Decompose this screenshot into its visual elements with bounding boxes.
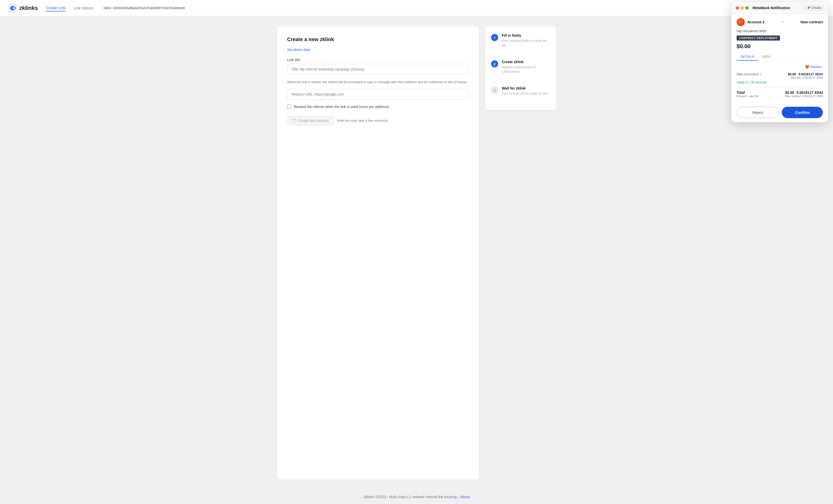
form-title: Create a new zklink bbox=[287, 36, 469, 42]
step-2-title: Create zklink bbox=[502, 60, 550, 64]
total-xdai-value: 0.0018117 XDAI bbox=[796, 91, 823, 95]
step-2-icon: 2 bbox=[491, 60, 498, 68]
gas-likely: Likely in < 30 seconds bbox=[737, 81, 823, 84]
market-link[interactable]: Market bbox=[811, 65, 821, 69]
svg-rect-0 bbox=[8, 4, 17, 13]
step-3-title: Wait for zklink bbox=[502, 86, 548, 90]
step-2: 2 Create zklink Requires authorization o… bbox=[491, 60, 550, 74]
metamask-modal: MetaMask Notification 📌 Chiodo Account 2… bbox=[732, 2, 828, 122]
checkbox-row: Reward the referee when the link is used… bbox=[287, 105, 469, 109]
logo-icon bbox=[8, 4, 17, 13]
tab-data[interactable]: DATA bbox=[758, 53, 775, 60]
modal-title: MetaMask Notification bbox=[753, 6, 790, 10]
modal-market-row: 🦊 Market › bbox=[737, 65, 823, 69]
modal-actions: Reject Confirm bbox=[732, 103, 828, 122]
market-chevron-icon: › bbox=[822, 65, 823, 69]
close-window-button[interactable] bbox=[736, 6, 739, 10]
step-2-desc: Requires authorization of 'LinkContract' bbox=[502, 65, 550, 74]
step-1-title: Fill in fields bbox=[502, 33, 550, 37]
modal-tabs: DETAILS DATA bbox=[737, 53, 823, 61]
footer-text: Zklinks ©2023 - Multi-chain L2 network r… bbox=[363, 495, 460, 499]
step-3-desc: Your contract will be ready for use. bbox=[502, 91, 548, 96]
maximize-window-button[interactable] bbox=[745, 6, 748, 10]
traffic-lights bbox=[736, 6, 748, 10]
chiodo-label: Chiodo bbox=[811, 6, 821, 10]
new-contract-label: New contract bbox=[801, 20, 823, 24]
total-main-value: $0.00 0.0018117 XDAI bbox=[785, 91, 823, 95]
gas-xdai-value: 0.0018117 XDAI bbox=[799, 72, 823, 76]
about-link[interactable]: About bbox=[460, 495, 470, 499]
arrow-icon: → bbox=[780, 20, 785, 25]
create-btn-label: Create link contract bbox=[298, 119, 329, 123]
gas-main-value: $0.00 0.0018117 XDAI bbox=[788, 72, 823, 76]
pin-icon: 📌 bbox=[807, 6, 810, 10]
reward-checkbox[interactable] bbox=[287, 105, 291, 109]
total-max-value: Max amount: 0.0018117 XDAI bbox=[785, 95, 823, 98]
create-link-contract-button[interactable]: Create link contract bbox=[287, 116, 334, 125]
account-avatar bbox=[737, 18, 745, 26]
steps-sidebar: ✓ Fill in fields Enter required fields t… bbox=[485, 26, 556, 110]
set-demo-link[interactable]: Set demo data bbox=[287, 48, 310, 52]
market-icon: 🦊 bbox=[805, 65, 810, 69]
gas-row: Gas (estimated) ℹ $0.00 0.0018117 XDAI M… bbox=[737, 72, 823, 79]
link-title-label: Link title: bbox=[287, 58, 469, 62]
minimize-window-button[interactable] bbox=[740, 6, 744, 10]
page-layout: Create a new zklink Set demo data Link t… bbox=[277, 26, 556, 480]
form-description: When the link is visited, the visited wi… bbox=[287, 80, 469, 85]
modal-account-row: Account 2 → New contract bbox=[737, 18, 823, 26]
redirect-url-input[interactable] bbox=[287, 89, 469, 100]
chiodo-button[interactable]: 📌 Chiodo bbox=[804, 5, 824, 11]
main-content: Create a new zklink Set demo data Link t… bbox=[0, 16, 833, 490]
step-3-icon: 3 bbox=[491, 87, 498, 94]
reward-checkbox-label: Reward the referee when the link is used… bbox=[294, 105, 389, 109]
tab-details[interactable]: DETAILS bbox=[737, 53, 758, 60]
gas-info-icon[interactable]: ℹ bbox=[760, 73, 761, 76]
footer: Zklinks ©2023 - Multi-chain L2 network r… bbox=[0, 490, 833, 504]
modal-titlebar: MetaMask Notification 📌 Chiodo bbox=[732, 2, 828, 14]
confirm-button[interactable]: Confirm bbox=[782, 107, 823, 118]
modal-divider bbox=[737, 87, 823, 87]
modal-body: Account 2 → New contract http://localhos… bbox=[732, 14, 828, 103]
nav-create-link[interactable]: Create Link bbox=[46, 5, 66, 11]
logo-text: zklinks bbox=[19, 5, 38, 11]
step-1-desc: Enter required fields to create the link… bbox=[502, 39, 550, 48]
modal-url: http://localhost:3000 bbox=[737, 29, 823, 33]
nav-link-history[interactable]: Link History bbox=[74, 5, 93, 11]
step-1: ✓ Fill in fields Enter required fields t… bbox=[491, 33, 550, 48]
total-sub-label: Amount + gas fee bbox=[737, 95, 759, 98]
modal-amount: $0.00 bbox=[737, 43, 823, 50]
account-name: Account 2 bbox=[747, 20, 764, 24]
logo[interactable]: zklinks bbox=[8, 4, 38, 13]
gas-max-fee: Max fee: 0.0018117 XDAI bbox=[788, 76, 823, 79]
create-btn-note: Note this may take a few moments. bbox=[337, 119, 388, 122]
header-address: Hello: 0xfc62e94af9abd25a1d7abfe00f7034c… bbox=[103, 6, 185, 10]
header: zklinks Create Link Link History Hello: … bbox=[0, 0, 833, 16]
step-3: 3 Wait for zklink Your contract will be … bbox=[491, 86, 550, 96]
total-row: Total Amount + gas fee $0.00 0.0018117 X… bbox=[737, 91, 823, 98]
link-title-input[interactable] bbox=[287, 64, 469, 75]
form-card: Create a new zklink Set demo data Link t… bbox=[277, 26, 479, 480]
loading-spinner bbox=[292, 119, 296, 122]
contract-deployment-badge: CONTRACT DEPLOYMENT bbox=[737, 35, 780, 41]
gas-label-text: Gas bbox=[737, 72, 743, 76]
reject-button[interactable]: Reject bbox=[737, 107, 779, 118]
gas-estimated-text: (estimated) bbox=[744, 73, 759, 76]
step-1-icon: ✓ bbox=[491, 34, 498, 41]
total-label: Total bbox=[737, 91, 759, 95]
